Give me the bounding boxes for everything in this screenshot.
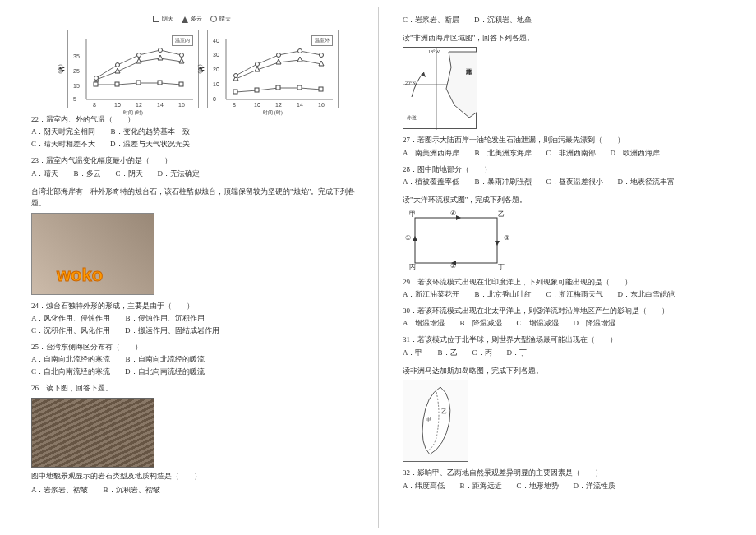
svg-rect-12 xyxy=(115,82,119,86)
chart-legend: 阴天 多云 晴天 xyxy=(16,15,366,23)
ocean-circulation-diagram: 甲 乙 丙 丁 ① ② ③ ④ xyxy=(403,210,509,271)
label-ding: 丁 xyxy=(498,262,505,271)
svg-rect-41 xyxy=(297,85,302,90)
svg-point-22 xyxy=(116,63,120,67)
svg-text:乙: 乙 xyxy=(441,408,447,414)
q23: 23．温室内气温变化幅度最小的是（ ） xyxy=(31,155,366,166)
q28: 28．图中陆地部分（ ） xyxy=(403,164,738,175)
svg-point-21 xyxy=(94,76,99,81)
q22-c: C．晴天时相差不大 xyxy=(31,139,95,150)
q32-c: C．地形地势 xyxy=(517,481,559,491)
svg-text:14: 14 xyxy=(157,102,164,108)
svg-text:12: 12 xyxy=(136,102,142,108)
map-lat: 20°N xyxy=(405,81,416,85)
svg-marker-46 xyxy=(297,57,302,62)
q28-d: D．地表径流丰富 xyxy=(618,177,675,187)
label-jia: 甲 xyxy=(409,210,416,219)
stem-africa: 读"非洲西海岸区域图"，回答下列各题。 xyxy=(403,32,738,44)
legend-b: 多云 xyxy=(191,15,202,23)
q30-d: D．降温增湿 xyxy=(574,318,616,329)
right-column: C．岩浆岩、断层 D．沉积岩、地垒 读"非洲西海岸区域图"，回答下列各题。 18… xyxy=(378,13,748,522)
q23-a: A．晴天 xyxy=(31,168,59,179)
stem-taiwan: 台湾北部海岸有一种外形奇特的烛台石，该石柱酷似烛台，顶端保留较为坚硬的"烛焰"。… xyxy=(31,186,366,210)
svg-text:0: 0 xyxy=(213,96,216,102)
q25: 25．台湾东侧海区分布有（ ） xyxy=(31,341,366,353)
q26-stem: 图中地貌景观显示的岩石类型及地质构造是（ ） xyxy=(31,471,366,482)
q29-c: C．浙江梅雨天气 xyxy=(546,289,603,300)
q29-d: D．东北白雪皑皑 xyxy=(618,289,675,300)
chart-title-outdoor: 温室外 xyxy=(311,35,333,46)
q27-d: D．欧洲西海岸 xyxy=(611,148,661,159)
legend-a: 阴天 xyxy=(162,15,173,23)
q24-b: B．侵蚀作用、沉积作用 xyxy=(126,313,205,324)
q25-c: C．自北向南流经的寒流 xyxy=(31,367,110,377)
svg-text:40: 40 xyxy=(213,38,219,44)
africa-map: 18°W 20°N 非洲西北部 赤道 xyxy=(403,47,477,129)
q28-a: A．植被覆盖率低 xyxy=(403,177,460,187)
q26-d: D．沉积岩、地垒 xyxy=(474,15,532,25)
q31-c: C．丙 xyxy=(472,348,492,358)
svg-marker-19 xyxy=(158,55,163,60)
legend-c: 晴天 xyxy=(219,15,231,23)
q24-a: A．风化作用、侵蚀作用 xyxy=(31,313,111,324)
q22-b: B．变化的趋势基本一致 xyxy=(111,127,190,137)
svg-rect-15 xyxy=(179,82,183,86)
svg-text:16: 16 xyxy=(178,102,185,108)
svg-text:35: 35 xyxy=(73,53,80,59)
svg-text:30: 30 xyxy=(213,52,219,58)
svg-marker-60 xyxy=(495,241,500,246)
q30-c: C．增温减湿 xyxy=(517,318,559,329)
svg-rect-56 xyxy=(415,218,497,263)
chart-outdoor: 温室外 气温 (℃) 时间 (时) 010203040 810121416 xyxy=(207,30,339,108)
svg-point-48 xyxy=(234,74,238,78)
svg-point-52 xyxy=(320,53,324,58)
q30: 30．若该环流模式出现在北太平洋上，则③洋流对沿岸地区产生的影响是（ ） xyxy=(403,305,738,316)
svg-marker-20 xyxy=(179,58,184,63)
q23-b: B．多云 xyxy=(74,168,101,179)
chart-indoor: 温室内 气温 (℃) 时间 (时) 5152535 810121416 xyxy=(67,30,199,108)
q29-a: A．浙江油菜花开 xyxy=(403,289,460,300)
svg-text:16: 16 xyxy=(318,102,325,108)
svg-point-51 xyxy=(298,49,302,53)
svg-rect-38 xyxy=(233,90,237,94)
svg-marker-57 xyxy=(456,215,461,220)
svg-point-23 xyxy=(137,53,141,58)
svg-text:8: 8 xyxy=(93,102,96,108)
svg-rect-11 xyxy=(94,82,98,86)
q29: 29．若该环流模式出现在北印度洋上，下列现象可能出现的是（ ） xyxy=(403,276,738,288)
candle-rock-image: woko xyxy=(31,213,154,295)
svg-marker-18 xyxy=(136,58,141,63)
q28-c: C．昼夜温差很小 xyxy=(546,177,603,187)
svg-text:5: 5 xyxy=(73,96,76,102)
left-column: 阴天 多云 晴天 温室内 气温 (℃) 时间 (时) 5152535 81012… xyxy=(7,13,376,522)
label-3: ③ xyxy=(504,234,509,242)
svg-point-50 xyxy=(277,53,281,58)
svg-text:8: 8 xyxy=(233,102,236,108)
q32-d: D．洋流性质 xyxy=(574,481,616,491)
q27: 27．若图示大陆西岸一油轮发生石油泄漏，则油污最先漂到（ ） xyxy=(403,134,738,145)
svg-text:20: 20 xyxy=(213,67,219,72)
svg-point-49 xyxy=(256,62,260,67)
q26-c: C．岩浆岩、断层 xyxy=(403,15,459,25)
q31: 31．若该模式位于北半球，则世界大型渔场最可能出现在（ ） xyxy=(403,334,738,345)
svg-rect-39 xyxy=(255,88,259,92)
q27-b: B．北美洲东海岸 xyxy=(475,148,532,159)
q25-a: A．自南向北流经的寒流 xyxy=(31,354,111,365)
q27-c: C．非洲西南部 xyxy=(546,148,596,159)
svg-point-24 xyxy=(159,48,163,53)
q24-c: C．沉积作用、风化作用 xyxy=(31,325,110,336)
q29-b: B．北京香山叶红 xyxy=(475,289,532,300)
q31-a: A．甲 xyxy=(403,348,423,358)
image-watermark: woko xyxy=(57,265,103,286)
svg-text:15: 15 xyxy=(73,83,80,89)
q24: 24．烛台石独特外形的形成，主要是由于（ ） xyxy=(31,300,366,311)
map-equator: 赤道 xyxy=(407,114,417,122)
svg-rect-40 xyxy=(276,85,280,90)
q30-b: B．降温减湿 xyxy=(460,318,502,329)
svg-text:10: 10 xyxy=(114,102,121,108)
svg-marker-55 xyxy=(421,72,426,77)
q26-b: B．沉积岩、褶皱 xyxy=(104,485,160,496)
stem-ocean: 读"大洋环流模式图"，完成下列各题。 xyxy=(403,194,738,205)
q23-c: C．阴天 xyxy=(116,168,143,179)
q32-b: B．距海远近 xyxy=(460,481,502,491)
